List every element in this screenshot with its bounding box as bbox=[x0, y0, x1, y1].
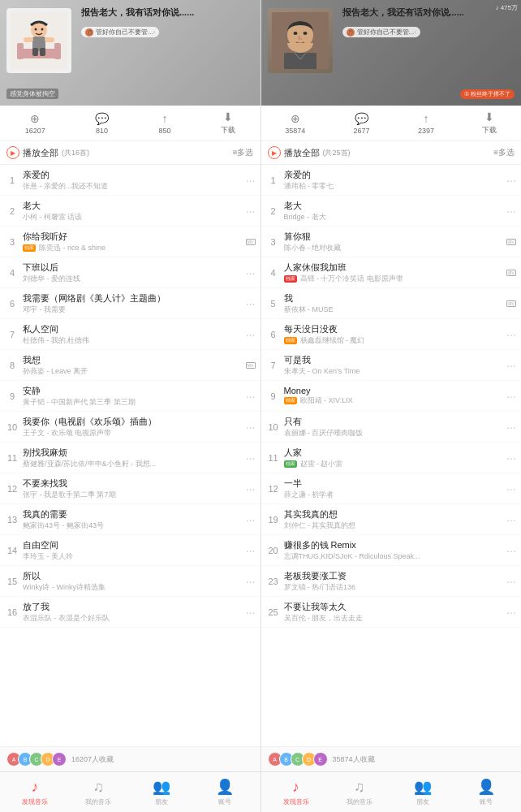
right-song-list: 1 亲爱的 潘玮柏 - 零零七 ··· 2 老大 Bridge - 老大 ···… bbox=[261, 165, 522, 746]
right-song-5[interactable]: 5 我 蔡依林 - MUSE MV bbox=[261, 288, 522, 319]
more-icon[interactable]: ··· bbox=[246, 297, 256, 310]
right-play-all[interactable]: ▶ 播放全部 (共25首) bbox=[268, 146, 351, 159]
right-nav-friends[interactable]: 👥 朋友 bbox=[391, 778, 454, 806]
right-nav-discover[interactable]: ♪ 发现音乐 bbox=[265, 779, 328, 806]
photo-avatar bbox=[268, 8, 333, 73]
right-song-1[interactable]: 1 亲爱的 潘玮柏 - 零零七 ··· bbox=[261, 165, 522, 196]
left-nav-discover[interactable]: ♪ 发现音乐 bbox=[3, 779, 67, 806]
svg-point-10 bbox=[35, 28, 37, 31]
left-play-all[interactable]: ▶ 播放全部 (共16首) bbox=[6, 146, 89, 159]
account-label: 账号 bbox=[218, 797, 231, 806]
more-icon[interactable]: ··· bbox=[506, 205, 516, 218]
right-song-19[interactable]: 19 其实我真的想 刘仲仁 - 其实我真的想 ··· bbox=[261, 504, 522, 535]
song-title: 我要你（电视剧《欢乐颂》插曲） bbox=[23, 416, 243, 428]
song-title: Money bbox=[284, 386, 504, 395]
more-icon[interactable]: ··· bbox=[246, 328, 256, 341]
svg-rect-9 bbox=[40, 48, 45, 56]
more-icon[interactable]: ··· bbox=[246, 575, 256, 588]
fans-badge-text: 粉丝终于撑不了 bbox=[471, 90, 510, 98]
more-icon[interactable]: ··· bbox=[506, 482, 516, 495]
more-icon[interactable]: ··· bbox=[506, 606, 516, 619]
mv-icon[interactable]: MV bbox=[506, 239, 516, 245]
my-music-icon: ♫ bbox=[93, 779, 104, 796]
left-stat-collect[interactable]: ⊕ 16207 bbox=[25, 112, 45, 135]
right-stat-share[interactable]: ↑ 2397 bbox=[418, 112, 434, 135]
play-all-text: 播放全部 bbox=[284, 147, 320, 159]
mv-icon[interactable]: MV bbox=[506, 300, 516, 307]
song-title: 可是我 bbox=[284, 354, 504, 366]
more-icon[interactable]: ··· bbox=[246, 606, 256, 619]
song-title: 下班以后 bbox=[23, 261, 243, 274]
right-song-20[interactable]: 20 赚很多的钱 Remix 忘调THUG,KID/SJoK - Rdiculo… bbox=[261, 535, 522, 566]
left-song-10[interactable]: 10 我要你（电视剧《欢乐颂》插曲） 王子文 - 欢乐颂 电视原声带 ··· bbox=[0, 412, 260, 443]
right-song-10[interactable]: 10 只有 袁丽娜 - 百厌仔嗜肉咖饭 ··· bbox=[261, 412, 522, 443]
more-icon[interactable]: ··· bbox=[246, 421, 256, 434]
right-nav-my-music[interactable]: ♫ 我的音乐 bbox=[328, 779, 391, 806]
left-song-6[interactable]: 6 我需要（网络剧《美人计》主题曲） 邓宇 - 我需要 ··· bbox=[0, 288, 260, 319]
right-stat-collect[interactable]: ⊕ 35874 bbox=[285, 112, 305, 135]
left-stat-comment[interactable]: 💬 810 bbox=[95, 112, 109, 135]
mv-icon[interactable]: MV bbox=[246, 362, 256, 369]
more-icon[interactable]: ··· bbox=[506, 544, 516, 557]
left-song-16[interactable]: 16 放了我 衣湿乐队 - 衣湿是个好乐队 ··· bbox=[0, 597, 260, 628]
right-song-25[interactable]: 25 不要让我等太久 吴百伦 - 朋友，出去走走 ··· bbox=[261, 597, 522, 628]
more-icon[interactable]: ··· bbox=[506, 421, 516, 434]
more-icon[interactable]: ··· bbox=[506, 359, 516, 372]
more-icon[interactable]: ··· bbox=[506, 328, 516, 341]
left-song-8[interactable]: 8 我想 孙燕姿 - Leave 离开 MV bbox=[0, 350, 260, 381]
left-menu[interactable]: ≡多选 bbox=[233, 147, 254, 158]
more-icon[interactable]: ··· bbox=[506, 513, 516, 526]
mv-icon[interactable]: MV bbox=[246, 239, 256, 245]
more-icon[interactable]: ··· bbox=[246, 205, 256, 218]
right-song-6[interactable]: 6 每天没日没夜 独家 杨鑫磊继续馆 - 魔幻 ··· bbox=[261, 319, 522, 350]
more-icon[interactable]: ··· bbox=[506, 174, 516, 187]
right-song-9[interactable]: 9 Money 独家 欧阳靖 - XIV:LIX ··· bbox=[261, 381, 522, 412]
song-info: 可是我 朱孝天 - On Ken's Time bbox=[281, 354, 507, 377]
right-stat-download[interactable]: ⬇ 下载 bbox=[482, 110, 497, 136]
more-icon[interactable]: ··· bbox=[246, 174, 256, 187]
left-nav-account[interactable]: 👤 账号 bbox=[193, 778, 256, 806]
right-stat-comment[interactable]: 💬 2677 bbox=[354, 112, 370, 135]
more-icon[interactable]: ··· bbox=[506, 451, 516, 464]
more-icon[interactable]: ··· bbox=[246, 482, 256, 495]
song-artist: 鲍家街43号 - 鲍家街43号 bbox=[23, 520, 243, 531]
left-song-2[interactable]: 2 老大 小柯 - 柯馨雷 话该 ··· bbox=[0, 196, 260, 227]
right-song-2[interactable]: 2 老大 Bridge - 老大 ··· bbox=[261, 196, 522, 227]
left-nav-friends[interactable]: 👥 朋友 bbox=[130, 778, 193, 806]
left-song-1[interactable]: 1 亲爱的 张悬 - 亲爱的...我还不知道 ··· bbox=[0, 165, 260, 196]
more-icon[interactable]: ··· bbox=[506, 390, 516, 403]
left-song-9[interactable]: 9 安静 黄子韬 - 中国新声代 第三季 第三期 ··· bbox=[0, 381, 260, 412]
left-song-15[interactable]: 15 所以 Winky诗 - Winky诗精选集 ··· bbox=[0, 566, 260, 597]
more-icon[interactable]: ··· bbox=[246, 544, 256, 557]
right-song-11[interactable]: 11 人家 独家 赵雷 - 赵小雷 ··· bbox=[261, 443, 522, 473]
song-artist: 蔡依林 - MUSE bbox=[284, 304, 504, 315]
left-song-11[interactable]: 11 别找我麻烦 蔡健雅/亚森/苏比依/申申&小鱼籽 - 我想... ··· bbox=[0, 443, 260, 473]
right-song-7[interactable]: 7 可是我 朱孝天 - On Ken's Time ··· bbox=[261, 350, 522, 381]
left-song-7[interactable]: 7 私人空间 杜德伟 - 我的,杜德伟 ··· bbox=[0, 319, 260, 350]
left-song-14[interactable]: 14 自由空间 李玲玉 - 美人吟 ··· bbox=[0, 535, 260, 566]
left-stat-share[interactable]: ↑ 850 bbox=[158, 112, 170, 135]
menu-text: ≡多选 bbox=[233, 147, 254, 158]
right-song-23[interactable]: 23 老板我要涨工资 罗文镐 - 热/门语话136 ··· bbox=[261, 566, 522, 597]
right-menu[interactable]: ≡多选 bbox=[493, 147, 515, 158]
left-header-tag[interactable]: 🎵 管好你自己不要管... › bbox=[81, 27, 159, 37]
more-icon[interactable]: ··· bbox=[246, 451, 256, 464]
left-overlay-text: 感觉身体被掏空 bbox=[6, 89, 58, 99]
more-icon[interactable]: ··· bbox=[246, 513, 256, 526]
right-header-tag[interactable]: 🎵 管好你自己不要管... › bbox=[342, 27, 420, 37]
right-song-3[interactable]: 3 算你狠 陈小春 - 绝对收藏 MV bbox=[261, 227, 522, 257]
right-nav-account[interactable]: 👤 账号 bbox=[454, 778, 518, 806]
left-song-13[interactable]: 13 我真的需要 鲍家街43号 - 鲍家街43号 ··· bbox=[0, 504, 260, 535]
more-icon[interactable]: ··· bbox=[506, 575, 516, 588]
left-song-12[interactable]: 12 不要来找我 张宇 - 我是歌手第二季 第7期 ··· bbox=[0, 473, 260, 504]
left-stat-download[interactable]: ⬇ 下载 bbox=[221, 110, 235, 136]
more-icon[interactable]: ··· bbox=[246, 266, 256, 279]
right-song-4[interactable]: 4 人家休假我加班 独家 高铎 - 十万个冷笑话 电影原声带 MV bbox=[261, 257, 522, 288]
mv-icon[interactable]: MV bbox=[506, 270, 516, 276]
song-artist: 王子文 - 欢乐颂 电视原声带 bbox=[23, 428, 243, 438]
more-icon[interactable]: ··· bbox=[246, 390, 256, 403]
left-nav-my-music[interactable]: ♫ 我的音乐 bbox=[67, 779, 130, 806]
left-song-3[interactable]: 3 你给我听好 独家 陈奕迅 - rice & shine MV bbox=[0, 227, 260, 257]
left-song-4[interactable]: 4 下班以后 刘德华 - 爱的连线 ··· bbox=[0, 257, 260, 288]
right-song-12[interactable]: 12 一半 薛之谦 - 初学者 ··· bbox=[261, 473, 522, 504]
